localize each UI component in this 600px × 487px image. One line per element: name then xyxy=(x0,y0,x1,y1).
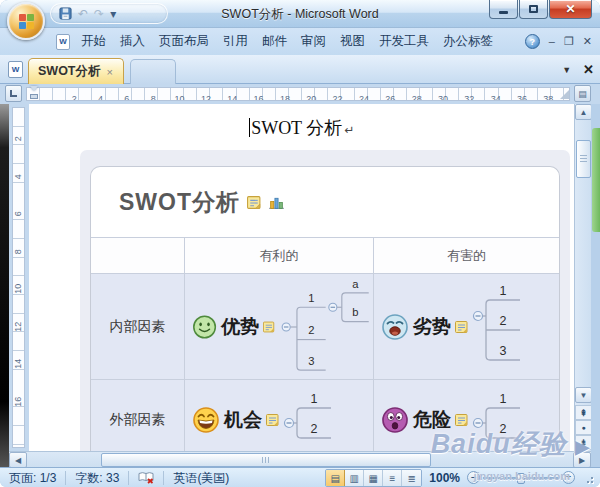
scroll-right-button[interactable]: ▶ xyxy=(573,452,591,468)
title-bar: ↶ ↷ ▾ SWOT分析 - Microsoft Word ✕ xyxy=(0,0,600,28)
svg-text:3: 3 xyxy=(500,344,507,358)
ribbon-tab[interactable]: 办公标签 xyxy=(436,28,500,55)
zoom-in-button[interactable]: + xyxy=(562,471,575,484)
pane-close-icon[interactable]: ✕ xyxy=(583,62,594,77)
vertical-scrollbar[interactable]: ▲ ▼ ⇞ ● ⇟ xyxy=(574,104,591,451)
header-favorable: 有利的 xyxy=(184,237,373,273)
zoom-out-button[interactable]: – xyxy=(467,471,480,484)
strengths-cell[interactable]: 优势 xyxy=(184,273,373,379)
threats-cell[interactable]: 危险 1 xyxy=(373,379,559,451)
doc-close-icon[interactable]: ✕ xyxy=(583,36,592,47)
svg-text:1: 1 xyxy=(500,286,507,298)
swot-diagram[interactable]: SWOT分析 xyxy=(80,150,570,451)
ruler-number: 12 xyxy=(193,93,219,101)
resize-grip[interactable] xyxy=(582,472,594,484)
doc-minimize-icon[interactable]: – xyxy=(549,36,555,47)
browse-object-icon: ● xyxy=(581,424,585,431)
ruler-number: 14 xyxy=(12,358,25,369)
strengths-branches[interactable]: 1 2 3 a b xyxy=(279,275,373,379)
previous-page-button[interactable]: ⇞ xyxy=(575,405,592,420)
ribbon-tab[interactable]: 审阅 xyxy=(294,28,333,55)
word-count[interactable]: 字数: 33 xyxy=(66,471,129,485)
weaknesses-cell[interactable]: 劣势 xyxy=(373,273,559,379)
ruler-number: 24 xyxy=(351,93,377,101)
right-indent-marker[interactable] xyxy=(560,90,569,99)
scroll-down-button[interactable]: ▼ xyxy=(575,387,592,403)
outline-view-button[interactable]: ≡ xyxy=(383,470,402,486)
document-tab-inactive[interactable] xyxy=(130,59,176,84)
note-icon[interactable] xyxy=(266,413,279,427)
status-bar: 页面: 1/3 字数: 33 英语(美国) ▤ ▥ ▦ ≡ ≣ 100% – xyxy=(0,467,600,487)
chart-icon xyxy=(268,195,285,210)
tab-close-icon[interactable]: × xyxy=(107,66,113,78)
paragraph-mark: ↵ xyxy=(344,123,354,137)
print-layout-view-button[interactable]: ▤ xyxy=(326,470,345,486)
opportunities-branches[interactable]: 1 2 xyxy=(283,394,343,446)
doc-restore-icon[interactable]: ❐ xyxy=(564,36,574,47)
weaknesses-branches[interactable]: 1 2 3 xyxy=(472,286,532,368)
opportunities-cell[interactable]: 机会 1 xyxy=(184,379,373,451)
select-browse-object-button[interactable]: ● xyxy=(575,420,592,435)
note-icon[interactable] xyxy=(455,320,468,334)
redo-icon[interactable]: ↷ xyxy=(94,8,104,20)
ruler-number: 2 xyxy=(12,133,25,144)
ribbon-tab-row: W 开始插入页面布局引用邮件审阅视图开发工具办公标签 ? – ❐ ✕ xyxy=(0,28,600,55)
window-title: SWOT分析 - Microsoft Word xyxy=(150,6,450,23)
threats-label: 危险 xyxy=(413,407,451,433)
ribbon-tab[interactable]: 插入 xyxy=(113,28,152,55)
vertical-ruler: 246810121416 xyxy=(9,104,29,451)
ribbon-tab[interactable]: 页面布局 xyxy=(152,28,216,55)
ribbon-tab[interactable]: 开发工具 xyxy=(372,28,436,55)
ruler-number: 12 xyxy=(12,321,25,332)
page-indicator[interactable]: 页面: 1/3 xyxy=(0,471,66,485)
fullscreen-reading-view-button[interactable]: ▥ xyxy=(345,470,364,486)
undo-icon[interactable]: ↶ xyxy=(78,8,88,20)
office-button[interactable] xyxy=(7,2,45,40)
web-layout-view-button[interactable]: ▦ xyxy=(364,470,383,486)
text-cursor xyxy=(249,118,251,137)
ribbon-tab[interactable]: 视图 xyxy=(333,28,372,55)
outline-view-icon: ≡ xyxy=(389,473,395,484)
next-page-button[interactable]: ⇟ xyxy=(575,435,592,450)
row-label-external: 外部因素 xyxy=(91,379,184,451)
help-icon[interactable]: ? xyxy=(525,34,540,49)
ribbon-tab[interactable]: 邮件 xyxy=(255,28,294,55)
ruler-number: 36 xyxy=(509,93,535,101)
ruler-number: 6 xyxy=(12,208,25,219)
ribbon-tab[interactable]: 开始 xyxy=(74,28,113,55)
minimize-button[interactable] xyxy=(489,0,518,19)
horizontal-scrollbar[interactable]: ◀ ▶ xyxy=(9,451,591,467)
view-switcher: ▤ ▥ ▦ ≡ ≣ xyxy=(325,469,422,487)
ruler-toggle-button[interactable]: ▤ xyxy=(574,85,591,102)
note-icon[interactable] xyxy=(455,413,468,427)
scroll-up-button[interactable]: ▲ xyxy=(575,104,592,120)
zoom-level[interactable]: 100% xyxy=(429,471,460,485)
close-button[interactable]: ✕ xyxy=(549,0,592,19)
tab-stop-selector[interactable] xyxy=(5,85,22,102)
horizontal-scroll-thumb[interactable] xyxy=(101,453,431,467)
ruler-number: 28 xyxy=(403,93,429,101)
spellcheck-icon[interactable] xyxy=(138,471,154,484)
indent-marker[interactable] xyxy=(30,86,39,99)
green-edge-indicator xyxy=(592,128,600,232)
zoom-slider[interactable]: – + xyxy=(467,470,575,486)
maximize-button[interactable] xyxy=(519,0,548,19)
shocked-face-icon xyxy=(381,406,409,434)
tab-list-dropdown-icon[interactable]: ▼ xyxy=(562,65,571,75)
save-icon[interactable] xyxy=(59,7,72,20)
zoom-slider-thumb[interactable] xyxy=(517,473,525,484)
vertical-scroll-thumb[interactable] xyxy=(576,140,591,178)
ruler-number: 8 xyxy=(12,246,25,257)
note-icon[interactable] xyxy=(263,320,275,334)
draft-view-button[interactable]: ≣ xyxy=(402,470,421,486)
language-indicator[interactable]: 英语(美国) xyxy=(164,471,238,485)
scroll-left-button[interactable]: ◀ xyxy=(9,452,27,468)
document-tab-active[interactable]: SWOT分析 × xyxy=(28,58,124,84)
ribbon-tab[interactable]: 引用 xyxy=(216,28,255,55)
document-page[interactable]: SWOT 分析↵ SWOT分析 xyxy=(29,104,574,451)
qat-dropdown-icon[interactable]: ▾ xyxy=(110,8,116,20)
close-icon: ✕ xyxy=(565,2,575,16)
threats-branches[interactable]: 1 2 xyxy=(472,394,532,446)
ruler-number: 4 xyxy=(87,93,113,101)
horizontal-ruler: 2468101214161820222426283032343638 ▤ xyxy=(0,84,600,104)
